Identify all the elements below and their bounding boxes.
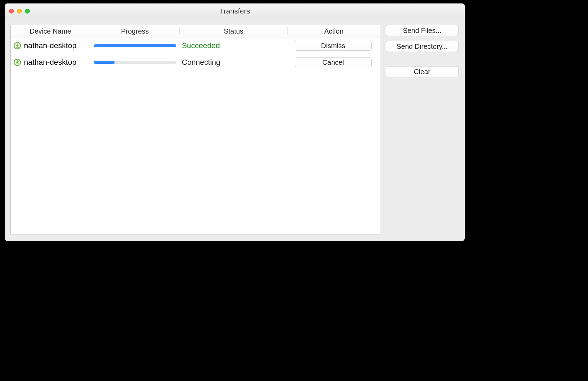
column-header-status[interactable]: Status	[180, 27, 288, 35]
window-body: Device Name Progress Status Action natha…	[5, 19, 465, 241]
cell-device: nathan-desktop	[11, 58, 90, 67]
window-controls	[9, 3, 30, 19]
side-group-clear: Clear	[386, 66, 458, 77]
cell-status: Succeeded	[180, 41, 288, 50]
table-row[interactable]: nathan-desktopConnectingCancel	[11, 54, 380, 71]
cell-action: Cancel	[288, 57, 380, 67]
table-header: Device Name Progress Status Action	[11, 25, 380, 37]
device-name-label: nathan-desktop	[24, 58, 77, 67]
clear-button[interactable]: Clear	[386, 66, 458, 77]
download-icon	[14, 59, 21, 66]
download-icon	[14, 42, 21, 50]
table-row[interactable]: nathan-desktopSucceededDismiss	[11, 37, 380, 54]
cell-progress	[90, 44, 180, 47]
cancel-button[interactable]: Cancel	[295, 57, 372, 67]
side-group-send: Send Files... Send Directory...	[386, 25, 458, 52]
table-body[interactable]: nathan-desktopSucceededDismiss nathan-de…	[11, 37, 380, 234]
send-files-button[interactable]: Send Files...	[386, 25, 458, 36]
progress-fill	[94, 61, 115, 64]
cell-progress	[90, 61, 180, 64]
device-name-label: nathan-desktop	[24, 41, 77, 50]
cell-action: Dismiss	[288, 41, 380, 51]
progress-bar	[94, 61, 176, 64]
send-directory-button[interactable]: Send Directory...	[386, 41, 458, 52]
minimize-window-button[interactable]	[17, 9, 22, 14]
transfers-window: Transfers Device Name Progress Status Ac…	[5, 3, 465, 241]
column-header-progress[interactable]: Progress	[90, 27, 180, 35]
close-window-button[interactable]	[9, 9, 14, 14]
status-label: Succeeded	[182, 41, 220, 50]
main-pane: Device Name Progress Status Action natha…	[5, 19, 386, 241]
status-label: Connecting	[182, 58, 220, 67]
column-header-device[interactable]: Device Name	[11, 27, 90, 35]
side-separator	[386, 59, 458, 59]
column-header-action[interactable]: Action	[288, 27, 380, 35]
window-title: Transfers	[220, 7, 250, 15]
titlebar[interactable]: Transfers	[5, 3, 465, 19]
zoom-window-button[interactable]	[25, 9, 30, 14]
progress-bar	[94, 44, 176, 47]
progress-fill	[94, 44, 176, 47]
dismiss-button[interactable]: Dismiss	[295, 41, 372, 51]
cell-device: nathan-desktop	[11, 41, 90, 50]
transfers-table: Device Name Progress Status Action natha…	[10, 25, 380, 235]
cell-status: Connecting	[180, 58, 288, 67]
side-pane: Send Files... Send Directory... Clear	[386, 19, 465, 241]
